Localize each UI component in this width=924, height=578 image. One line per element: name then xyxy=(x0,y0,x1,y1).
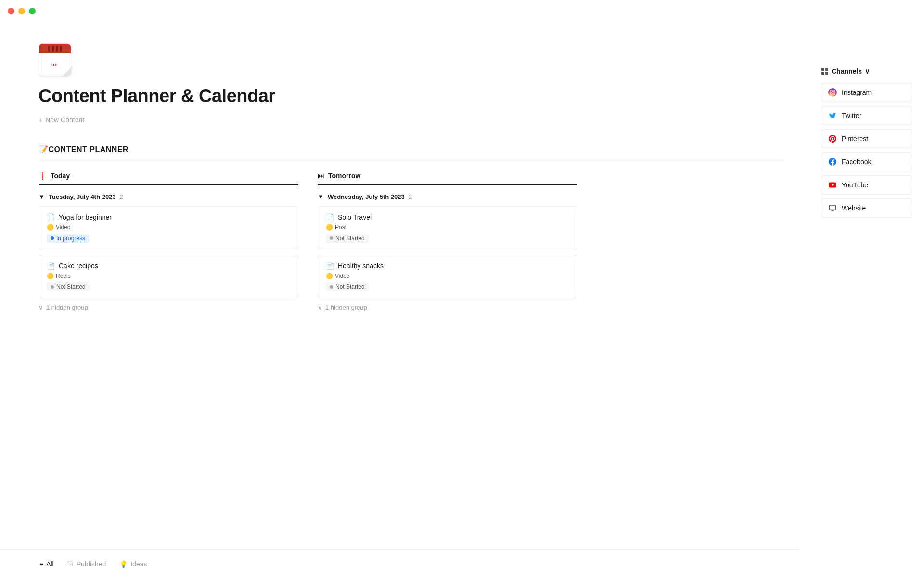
channel-youtube-label: YouTube xyxy=(842,181,868,189)
calendar-top xyxy=(39,44,71,53)
card-cake[interactable]: 📄 Cake recipes 🟡 Reels Not Started xyxy=(38,255,298,299)
channels-label: Channels xyxy=(832,67,862,75)
card-healthy-title: Healthy snacks xyxy=(338,262,384,270)
card-healthy[interactable]: 📄 Healthy snacks 🟡 Video Not Started xyxy=(318,255,578,299)
card-yoga-status: In progress xyxy=(47,234,89,243)
tab-ideas-label: Ideas xyxy=(130,560,147,568)
card-yoga-title-row: 📄 Yoga for beginner xyxy=(47,213,290,221)
all-icon: ≡ xyxy=(39,560,43,568)
calendar-ring-4 xyxy=(60,46,62,52)
svg-rect-3 xyxy=(825,72,828,75)
facebook-icon xyxy=(828,158,837,166)
page-title: Content Planner & Calendar xyxy=(38,86,784,106)
twitter-icon xyxy=(828,111,837,120)
channels-header[interactable]: Channels ∨ xyxy=(821,67,912,75)
card-yoga-type: 🟡 Video xyxy=(47,224,290,231)
maximize-button[interactable] xyxy=(29,8,36,14)
calendar-month: JUL xyxy=(51,63,59,67)
section-header: 📝CONTENT PLANNER xyxy=(38,145,784,160)
instagram-icon xyxy=(828,88,837,97)
right-sidebar: Channels ∨ Instagram Twitter xyxy=(813,29,924,578)
ideas-icon: 💡 xyxy=(119,560,128,568)
type-emoji-healthy: 🟡 xyxy=(326,273,333,279)
card-cake-type-label: Reels xyxy=(56,273,71,279)
page-icon: JUL xyxy=(38,43,71,76)
card-yoga[interactable]: 📄 Yoga for beginner 🟡 Video In progress xyxy=(38,206,298,250)
tomorrow-count: 2 xyxy=(409,193,412,200)
channel-youtube[interactable]: YouTube xyxy=(821,175,912,195)
channel-instagram-label: Instagram xyxy=(842,89,872,96)
tomorrow-date-group: ▼ Wednesday, July 5th 2023 2 xyxy=(318,193,578,200)
card-cake-status-label: Not Started xyxy=(56,283,86,290)
card-cake-title-row: 📄 Cake recipes xyxy=(47,262,290,270)
card-solo-travel[interactable]: 📄 Solo Travel 🟡 Post Not Started xyxy=(318,206,578,250)
svg-rect-1 xyxy=(825,68,828,71)
card-yoga-type-label: Video xyxy=(56,224,70,231)
tab-published-label: Published xyxy=(77,560,106,568)
tomorrow-date: Wednesday, July 5th 2023 xyxy=(328,193,405,200)
document-icon-healthy: 📄 xyxy=(326,262,334,270)
card-healthy-type-label: Video xyxy=(335,273,349,279)
svg-rect-4 xyxy=(830,90,835,95)
type-emoji-yoga: 🟡 xyxy=(47,224,54,231)
today-tab[interactable]: ❗ Today xyxy=(38,172,298,185)
card-solo-status: Not Started xyxy=(326,234,369,243)
tomorrow-column: ⏭ Tomorrow ▼ Wednesday, July 5th 2023 2 … xyxy=(318,172,578,311)
card-cake-type: 🟡 Reels xyxy=(47,273,290,279)
calendar-ring-1 xyxy=(48,46,50,52)
channel-website-label: Website xyxy=(842,204,866,212)
channel-facebook[interactable]: Facebook xyxy=(821,152,912,171)
svg-rect-0 xyxy=(821,68,824,71)
content-board: ❗ Today ▼ Tuesday, July 4th 2023 2 📄 Yog… xyxy=(38,172,784,311)
calendar-ring-2 xyxy=(52,46,54,52)
tab-ideas[interactable]: 💡 Ideas xyxy=(118,557,148,571)
toggle-icon[interactable]: ▼ xyxy=(38,193,45,200)
card-healthy-status: Not Started xyxy=(326,282,369,291)
svg-point-6 xyxy=(834,91,834,92)
tab-published[interactable]: ☑ Published xyxy=(66,557,107,571)
new-content-button[interactable]: + New Content xyxy=(38,114,84,126)
tab-all[interactable]: ≡ All xyxy=(38,557,55,571)
today-column: ❗ Today ▼ Tuesday, July 4th 2023 2 📄 Yog… xyxy=(38,172,298,311)
content-area: JUL Content Planner & Calendar + New Con… xyxy=(0,29,813,578)
new-content-label: New Content xyxy=(45,116,84,124)
chevron-down-icon-tomorrow: ∨ xyxy=(318,304,322,311)
card-cake-status: Not Started xyxy=(47,282,90,291)
status-dot-healthy xyxy=(330,285,333,289)
today-tab-icon: ❗ xyxy=(38,172,47,180)
tomorrow-tab[interactable]: ⏭ Tomorrow xyxy=(318,172,578,185)
svg-rect-7 xyxy=(829,205,835,210)
card-solo-status-label: Not Started xyxy=(335,235,365,242)
today-date: Tuesday, July 4th 2023 xyxy=(49,193,116,200)
toggle-icon-tomorrow[interactable]: ▼ xyxy=(318,193,324,200)
section-title: 📝CONTENT PLANNER xyxy=(38,145,128,154)
document-icon-cake: 📄 xyxy=(47,262,55,270)
document-icon-solo: 📄 xyxy=(326,213,334,221)
pinterest-icon xyxy=(828,134,837,143)
today-date-group: ▼ Tuesday, July 4th 2023 2 xyxy=(38,193,298,200)
channel-website[interactable]: Website xyxy=(821,198,912,218)
card-cake-title: Cake recipes xyxy=(59,262,98,270)
channel-pinterest[interactable]: Pinterest xyxy=(821,129,912,148)
grid-icon xyxy=(821,67,829,75)
tomorrow-tab-icon: ⏭ xyxy=(318,172,324,180)
chevron-down-icon: ∨ xyxy=(38,304,43,311)
tomorrow-hidden-label: 1 hidden group xyxy=(325,304,367,311)
status-dot-yoga xyxy=(51,236,54,240)
channel-pinterest-label: Pinterest xyxy=(842,135,868,143)
channels-chevron: ∨ xyxy=(865,67,870,75)
channel-twitter[interactable]: Twitter xyxy=(821,106,912,125)
tomorrow-hidden-group[interactable]: ∨ 1 hidden group xyxy=(318,304,578,311)
card-healthy-type: 🟡 Video xyxy=(326,273,569,279)
minimize-button[interactable] xyxy=(18,8,25,14)
website-icon xyxy=(828,204,837,212)
channel-facebook-label: Facebook xyxy=(842,158,871,166)
svg-point-5 xyxy=(832,92,834,94)
today-hidden-group[interactable]: ∨ 1 hidden group xyxy=(38,304,298,311)
document-icon: 📄 xyxy=(47,213,55,221)
close-button[interactable] xyxy=(8,8,14,14)
channel-instagram[interactable]: Instagram xyxy=(821,83,912,102)
today-tab-label: Today xyxy=(51,172,70,180)
status-dot-solo xyxy=(330,236,333,240)
svg-rect-2 xyxy=(821,72,824,75)
